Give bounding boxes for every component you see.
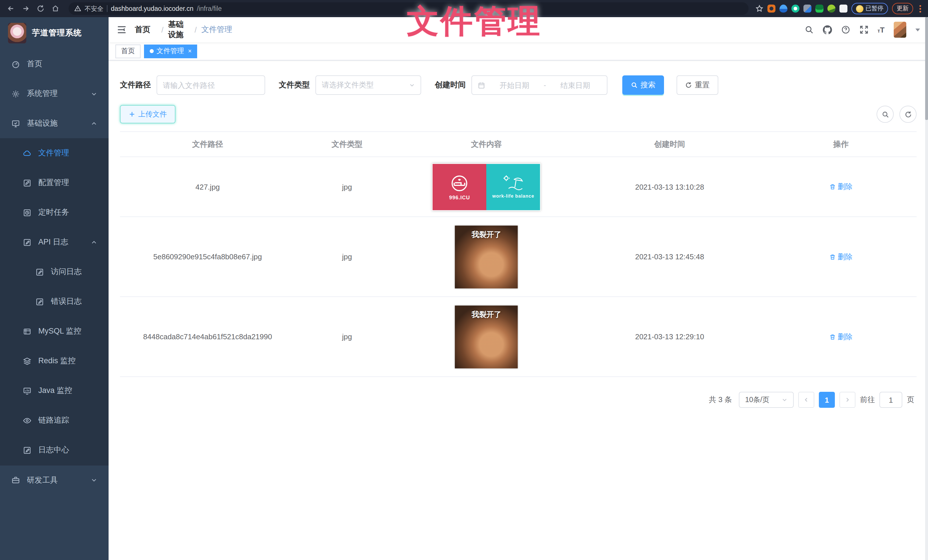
sidebar-item-scheduled-jobs[interactable]: 定时任务 bbox=[0, 198, 108, 227]
page-scrollbar[interactable] bbox=[925, 17, 928, 560]
file-type-select[interactable]: 请选择文件类型 bbox=[316, 75, 421, 95]
page-size-select[interactable]: 10条/页 bbox=[739, 392, 794, 408]
extension-icon[interactable] bbox=[791, 5, 799, 12]
right-toolbar bbox=[876, 106, 917, 123]
page-number-1[interactable]: 1 bbox=[819, 392, 835, 408]
file-preview-meme-image[interactable]: 我裂开了 bbox=[455, 225, 518, 288]
breadcrumb-separator: / bbox=[195, 26, 197, 34]
user-menu-caret-icon[interactable] bbox=[916, 28, 920, 31]
sidebar-item-label: 系统管理 bbox=[27, 88, 84, 99]
scrollbar-thumb[interactable] bbox=[925, 17, 928, 120]
column-header-created: 创建时间 bbox=[574, 139, 765, 149]
sidebar-item-home[interactable]: 首页 bbox=[0, 49, 108, 79]
breadcrumb-infrastructure[interactable]: 基础设施 bbox=[168, 20, 190, 40]
tab-close-icon[interactable]: × bbox=[188, 48, 192, 54]
extension-icon[interactable] bbox=[779, 5, 787, 12]
app-logo-row[interactable]: 芋道管理系统 bbox=[0, 17, 108, 49]
browser-back-button[interactable] bbox=[5, 2, 17, 15]
upload-button-label: 上传文件 bbox=[138, 110, 167, 119]
beach-umbrella-icon bbox=[502, 175, 525, 192]
cell-file-type: jpg bbox=[295, 332, 398, 341]
browser-reload-button[interactable] bbox=[34, 2, 47, 15]
sidebar-item-system[interactable]: 系统管理 bbox=[0, 79, 108, 108]
reset-button[interactable]: 重置 bbox=[676, 75, 718, 95]
bed-badge-icon bbox=[450, 173, 469, 193]
font-size-icon[interactable]: тT bbox=[878, 26, 885, 34]
browser-update-button[interactable]: 更新 bbox=[892, 3, 913, 14]
chevron-down-icon bbox=[782, 397, 788, 403]
delete-button[interactable]: 删除 bbox=[829, 332, 853, 342]
tab-home[interactable]: 首页 bbox=[115, 44, 140, 58]
file-type-label: 文件类型 bbox=[279, 80, 310, 90]
profile-paused-badge[interactable]: 已暂停 bbox=[851, 3, 888, 14]
sidebar-item-infrastructure[interactable]: 基础设施 bbox=[0, 108, 108, 138]
cell-created-time: 2021-03-13 13:10:28 bbox=[574, 183, 765, 191]
sidebar-item-access-log[interactable]: 访问日志 bbox=[0, 257, 108, 287]
cell-file-path: 427.jpg bbox=[120, 183, 295, 191]
github-icon[interactable] bbox=[823, 25, 832, 34]
fullscreen-icon[interactable] bbox=[859, 25, 868, 34]
log-icon bbox=[35, 268, 44, 276]
sidebar-item-config-management[interactable]: 配置管理 bbox=[0, 168, 108, 198]
extension-icon[interactable] bbox=[767, 5, 775, 12]
sidebar-item-log-center[interactable]: 日志中心 bbox=[0, 435, 108, 465]
end-date-input[interactable] bbox=[549, 81, 601, 90]
sidebar-item-trace[interactable]: 链路追踪 bbox=[0, 405, 108, 435]
browser-menu-button[interactable] bbox=[917, 5, 923, 12]
help-icon[interactable] bbox=[841, 25, 850, 34]
banner-right-panel: work-life balance bbox=[486, 164, 540, 210]
sidebar-item-java-monitor[interactable]: Java 监控 bbox=[0, 376, 108, 405]
sidebar-item-redis-monitor[interactable]: Redis 监控 bbox=[0, 346, 108, 376]
breadcrumb-home[interactable]: 首页 bbox=[135, 24, 157, 35]
delete-button[interactable]: 删除 bbox=[829, 182, 853, 192]
search-button[interactable]: 搜索 bbox=[622, 75, 664, 95]
extension-icon-on[interactable] bbox=[815, 5, 823, 12]
search-icon[interactable] bbox=[804, 25, 814, 34]
extension-icon[interactable] bbox=[827, 5, 835, 12]
goto-page-input[interactable] bbox=[882, 396, 899, 404]
extensions-puzzle-icon[interactable] bbox=[839, 5, 847, 12]
bookmark-star-icon[interactable] bbox=[755, 5, 763, 12]
gear-icon bbox=[11, 90, 20, 98]
toggle-search-button[interactable] bbox=[876, 106, 894, 123]
pagination: 共 3 条 10条/页 1 前往 页 bbox=[120, 392, 917, 408]
prev-page-button[interactable] bbox=[798, 392, 814, 408]
page-content: 文件路径 文件类型 请选择文件类型 创建时间 - bbox=[108, 61, 928, 560]
refresh-table-button[interactable] bbox=[899, 106, 917, 123]
sidebar-item-label: 基础设施 bbox=[27, 118, 84, 128]
tab-file-management[interactable]: 文件管理 × bbox=[144, 44, 197, 58]
chevron-left-icon bbox=[803, 397, 809, 403]
database-icon bbox=[23, 327, 31, 336]
sidebar-item-label: MySQL 监控 bbox=[38, 326, 97, 336]
security-warning-label[interactable]: 不安全 bbox=[85, 4, 104, 13]
sidebar-item-file-management[interactable]: 文件管理 bbox=[0, 138, 108, 168]
banner-left-text: 996.ICU bbox=[449, 195, 470, 200]
sidebar-item-mysql-monitor[interactable]: MySQL 监控 bbox=[0, 317, 108, 346]
address-bar[interactable]: 不安全 dashboard.yudao.iocoder.cn/infra/fil… bbox=[69, 2, 748, 15]
delete-label: 删除 bbox=[838, 251, 853, 262]
upload-file-button[interactable]: 上传文件 bbox=[120, 105, 176, 123]
browser-forward-button[interactable] bbox=[20, 2, 32, 15]
date-range-picker[interactable]: - bbox=[472, 75, 607, 95]
user-avatar[interactable] bbox=[894, 22, 906, 38]
sidebar-item-api-log[interactable]: API 日志 bbox=[0, 227, 108, 257]
sidebar-collapse-icon[interactable] bbox=[117, 24, 127, 35]
browser-home-button[interactable] bbox=[49, 2, 62, 15]
tab-label: 首页 bbox=[121, 46, 135, 56]
start-date-input[interactable] bbox=[488, 81, 540, 90]
cell-file-path: 5e8609290e915c4fa8b08e67.jpg bbox=[120, 253, 295, 261]
delete-button[interactable]: 删除 bbox=[829, 251, 853, 262]
file-preview-996icu-image[interactable]: 996.ICU work-life balance bbox=[432, 163, 540, 210]
column-header-file-type: 文件类型 bbox=[295, 139, 398, 149]
sidebar-item-dev-tools[interactable]: 研发工具 bbox=[0, 465, 108, 495]
breadcrumb-current: 文件管理 bbox=[201, 24, 232, 35]
file-preview-meme-image[interactable]: 我裂开了 bbox=[455, 305, 518, 368]
chevron-up-icon bbox=[91, 239, 97, 245]
file-type-placeholder: 请选择文件类型 bbox=[322, 80, 374, 90]
sidebar-item-error-log[interactable]: 错误日志 bbox=[0, 287, 108, 317]
trash-icon bbox=[829, 333, 836, 340]
next-page-button[interactable] bbox=[839, 392, 855, 408]
table-row: 5e8609290e915c4fa8b08e67.jpg jpg 我裂开了 20… bbox=[120, 217, 917, 297]
file-path-input[interactable] bbox=[163, 81, 259, 90]
extension-icon[interactable] bbox=[803, 5, 811, 12]
